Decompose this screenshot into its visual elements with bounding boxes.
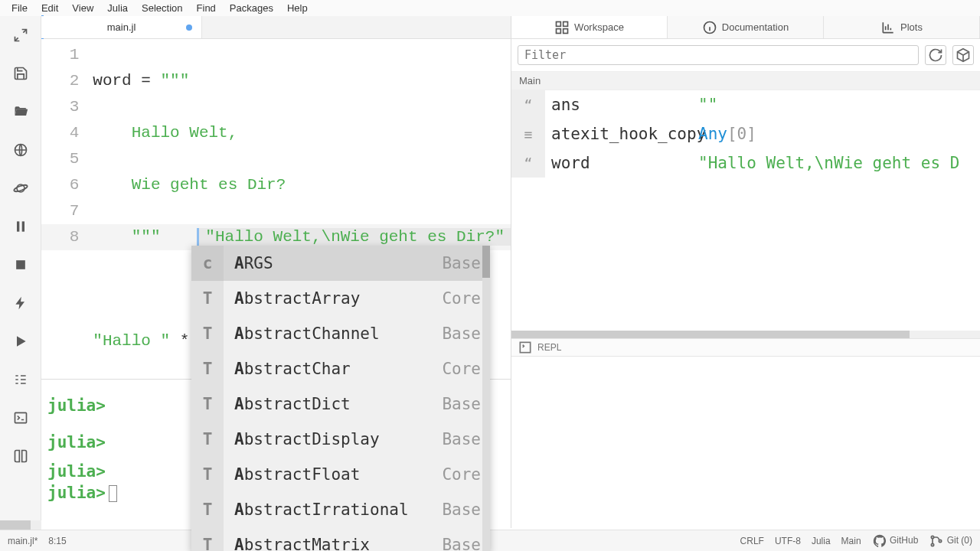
cube-button[interactable] xyxy=(952,45,974,65)
svg-point-15 xyxy=(939,540,942,542)
inline-result[interactable]: "Hallo Welt,\nWie geht es Dir?" xyxy=(197,228,511,246)
completion-name: AbstractArray xyxy=(224,289,442,308)
var-name: atexit_hook_copy xyxy=(545,125,698,143)
terminal-icon[interactable] xyxy=(12,409,29,426)
completion-name: AbstractChar xyxy=(224,360,442,378)
tab-main-jl[interactable]: main.jl xyxy=(41,16,202,38)
completion-source: Core xyxy=(442,360,481,378)
kind-badge: T xyxy=(191,492,224,527)
menu-packages[interactable]: Packages xyxy=(223,2,280,14)
folder-open-icon[interactable] xyxy=(12,103,29,120)
status-language[interactable]: Julia xyxy=(812,536,831,546)
status-git[interactable]: Git (0) xyxy=(929,533,972,549)
kind-badge: T xyxy=(191,316,224,351)
status-scope[interactable]: Main xyxy=(841,536,861,546)
autocomplete-item[interactable]: cARGSBase xyxy=(191,246,490,281)
refresh-button[interactable] xyxy=(925,45,946,65)
globe-icon[interactable] xyxy=(12,142,29,158)
workspace-row[interactable]: ≡ atexit_hook_copy Any[0] xyxy=(511,119,980,148)
list-icon[interactable] xyxy=(12,371,29,388)
completion-name: ARGS xyxy=(224,254,442,272)
svg-rect-10 xyxy=(564,28,568,33)
status-bar: main.jl* 8:15 CRLF UTF-8 Julia Main GitH… xyxy=(0,530,980,551)
completion-source: Base xyxy=(442,430,481,448)
planet-icon[interactable] xyxy=(12,180,29,197)
right-tabs: Workspace Documentation Plots xyxy=(511,16,980,39)
kind-badge: T xyxy=(191,422,224,457)
kind-badge: T xyxy=(191,527,224,551)
tab-title: main.jl xyxy=(107,21,136,33)
kind-badge: T xyxy=(191,281,224,316)
menu-file[interactable]: File xyxy=(5,2,34,14)
workspace-row[interactable]: “ word "Hallo Welt,\nWie geht es D xyxy=(511,148,980,178)
pause-icon[interactable] xyxy=(12,218,29,235)
svg-point-2 xyxy=(13,184,28,193)
bolt-icon[interactable] xyxy=(12,295,29,311)
activity-bar xyxy=(0,16,41,528)
completion-source: Base xyxy=(442,500,481,519)
completion-name: AbstractDict xyxy=(224,395,442,413)
tab-plots[interactable]: Plots xyxy=(824,16,980,38)
stop-icon[interactable] xyxy=(12,256,29,273)
repl-prompt: julia> xyxy=(47,396,106,415)
code-icon[interactable] xyxy=(12,27,29,44)
completion-source: Base xyxy=(442,395,481,413)
autocomplete-item[interactable]: TAbstractChannelBase xyxy=(191,316,490,351)
book-icon[interactable] xyxy=(12,448,29,465)
autocomplete-item[interactable]: TAbstractIrrationalBase xyxy=(191,492,490,527)
var-name: word xyxy=(545,154,698,172)
kind-badge: c xyxy=(191,246,224,281)
tab-documentation[interactable]: Documentation xyxy=(668,16,824,38)
repl-cursor xyxy=(109,485,117,502)
kind-badge: T xyxy=(191,351,224,386)
status-file[interactable]: main.jl* xyxy=(8,536,38,546)
menu-view[interactable]: View xyxy=(65,2,100,14)
svg-rect-3 xyxy=(17,221,19,231)
menu-edit[interactable]: Edit xyxy=(34,2,65,14)
save-icon[interactable] xyxy=(12,65,29,82)
status-eol[interactable]: CRLF xyxy=(740,536,764,546)
workspace-filter-input[interactable] xyxy=(518,45,919,65)
status-encoding[interactable]: UTF-8 xyxy=(775,536,801,546)
list-icon: ≡ xyxy=(511,119,545,148)
var-value: Any[0] xyxy=(698,125,980,143)
svg-rect-7 xyxy=(557,21,561,26)
svg-rect-9 xyxy=(557,28,561,33)
autocomplete-popup[interactable]: cARGSBaseTAbstractArrayCoreTAbstractChan… xyxy=(191,246,490,551)
repl-panel-header[interactable]: REPL xyxy=(511,338,980,357)
completion-source: Core xyxy=(442,465,481,484)
play-icon[interactable] xyxy=(12,333,29,350)
completion-name: AbstractIrrational xyxy=(224,500,442,519)
right-panel: Workspace Documentation Plots Main “ ans… xyxy=(511,16,980,528)
svg-rect-12 xyxy=(520,342,530,352)
autocomplete-scrollbar[interactable] xyxy=(482,246,490,551)
menu-help[interactable]: Help xyxy=(280,2,315,14)
workspace-toolbar xyxy=(511,39,980,71)
status-github[interactable]: GitHub xyxy=(872,533,919,549)
workspace-scope[interactable]: Main xyxy=(511,71,980,90)
completion-source: Base xyxy=(442,324,481,343)
line-gutter: 12345678 xyxy=(41,39,93,379)
autocomplete-item[interactable]: TAbstractDisplayBase xyxy=(191,422,490,457)
workspace-row[interactable]: “ ans "" xyxy=(511,90,980,119)
activity-scrollbar[interactable] xyxy=(0,520,41,530)
menu-julia[interactable]: Julia xyxy=(100,2,135,14)
status-cursor-pos[interactable]: 8:15 xyxy=(48,536,66,546)
svg-point-14 xyxy=(932,543,934,546)
completion-source: Base xyxy=(442,536,481,551)
string-icon: “ xyxy=(511,90,545,119)
menu-selection[interactable]: Selection xyxy=(135,2,189,14)
tab-workspace[interactable]: Workspace xyxy=(511,16,668,38)
autocomplete-item[interactable]: TAbstractCharCore xyxy=(191,351,490,386)
autocomplete-item[interactable]: TAbstractArrayCore xyxy=(191,281,490,316)
var-name: ans xyxy=(545,96,698,114)
autocomplete-item[interactable]: TAbstractFloatCore xyxy=(191,457,490,492)
horizontal-scrollbar[interactable] xyxy=(511,331,980,338)
autocomplete-item[interactable]: TAbstractMatrixBase xyxy=(191,527,490,551)
completion-source: Core xyxy=(442,289,481,308)
svg-rect-5 xyxy=(16,260,25,269)
menu-find[interactable]: Find xyxy=(190,2,223,14)
kind-badge: T xyxy=(191,386,224,422)
autocomplete-item[interactable]: TAbstractDictBase xyxy=(191,386,490,422)
completion-name: AbstractDisplay xyxy=(224,430,442,448)
